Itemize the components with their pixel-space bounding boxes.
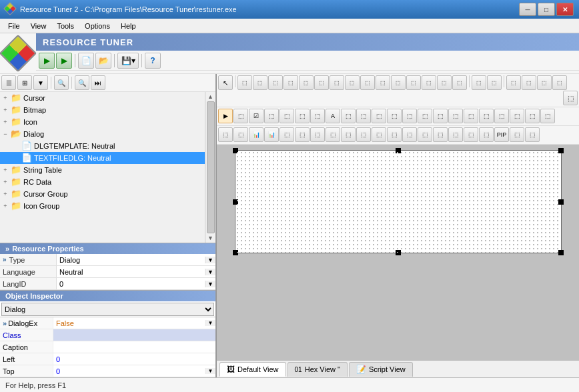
tree-item-dlgtemplate[interactable]: 📄 DLGTEMPLATE: Neutral (0, 140, 205, 152)
rtb2-t10[interactable]: ⬚ (356, 109, 371, 123)
rtb3-t9[interactable]: ⬚ (341, 127, 356, 142)
rtb-t3[interactable]: ⬚ (268, 75, 283, 90)
rtb2-t6[interactable]: ⬚ (295, 109, 310, 123)
minimize-button[interactable]: ─ (519, 3, 536, 16)
btn-search-left[interactable]: 🔍 (54, 75, 69, 90)
rtb3-t11[interactable]: ⬚ (372, 127, 386, 142)
maximize-button[interactable]: □ (538, 3, 555, 16)
rtb-t15[interactable]: ⬚ (452, 75, 467, 90)
tree-item-bitmap[interactable]: + 📁 Bitmap (0, 104, 205, 116)
tree-item-textfiledlg[interactable]: 📄 TEXTFILEDLG: Neutral (0, 152, 205, 164)
rtb2-t14[interactable]: ⬚ (418, 109, 432, 123)
rtb-t19[interactable]: ⬚ (522, 75, 536, 90)
menu-tools[interactable]: Tools (51, 21, 79, 31)
tree-item-stringtable[interactable]: + 📁 String Table (0, 164, 205, 176)
rtb-t8[interactable]: ⬚ (345, 75, 360, 90)
rtb2-t2[interactable]: ⬚ (233, 109, 248, 123)
tree-item-cursorgroup[interactable]: + 📁 Cursor Group (0, 188, 205, 200)
prop-scroll-language[interactable]: ▼ (205, 269, 215, 275)
rtb3-t13[interactable]: ⬚ (402, 127, 417, 142)
rtb-t1[interactable]: ⬚ (237, 75, 252, 90)
rtb3-pip[interactable]: PIP (494, 127, 509, 142)
rtb-t11[interactable]: ⬚ (391, 75, 406, 90)
btn-help[interactable]: ? (145, 53, 161, 69)
rtb-select[interactable]: ↖ (218, 75, 233, 90)
rtb-t14[interactable]: ⬚ (437, 75, 452, 90)
rtb3-t20[interactable]: ⬚ (525, 127, 540, 142)
rtb2-t5[interactable]: ⬚ (279, 109, 294, 123)
tree-list[interactable]: + 📁 Cursor + 📁 Bitmap + 📁 (0, 92, 205, 243)
rtb2-t20[interactable]: ⬚ (510, 109, 524, 123)
rtb2-t1[interactable]: ▶ (218, 109, 233, 123)
rtb2-t16[interactable]: ⬚ (448, 109, 463, 123)
rtb-corner[interactable]: ⬚ (563, 91, 578, 105)
prop-scroll-type[interactable]: ▼ (205, 257, 215, 263)
rtb-t21[interactable]: ⬚ (552, 75, 567, 90)
rtb-t2[interactable]: ⬚ (253, 75, 267, 90)
rtb2-t11[interactable]: ⬚ (372, 109, 386, 123)
rtb-t5[interactable]: ⬚ (299, 75, 314, 90)
rtb-t12[interactable]: ⬚ (406, 75, 421, 90)
btn-details-view[interactable]: ⊞ (17, 75, 32, 90)
rtb3-t1[interactable]: ⬚ (218, 127, 233, 142)
tree-item-cursor[interactable]: + 📁 Cursor (0, 92, 205, 104)
rtb-t13[interactable]: ⬚ (422, 75, 436, 90)
expand-cursor[interactable]: + (0, 93, 11, 103)
rtb3-t5[interactable]: ⬚ (279, 127, 294, 142)
rtb3-t18[interactable]: ⬚ (479, 127, 494, 142)
expand-bitmap[interactable]: + (0, 105, 11, 115)
rtb-t7[interactable]: ⬚ (330, 75, 344, 90)
expand-cursorgroup[interactable]: + (0, 189, 11, 199)
menu-options[interactable]: Options (79, 21, 115, 31)
prop-expand-dialogex[interactable]: ▼ (205, 320, 215, 326)
rtb2-t19[interactable]: ⬚ (494, 109, 509, 123)
rtb3-t19[interactable]: ⬚ (510, 127, 524, 142)
rtb3-t12[interactable]: ⬚ (387, 127, 402, 142)
rtb3-t15[interactable]: ⬚ (433, 127, 448, 142)
prop-scroll-langid[interactable]: ▼ (205, 281, 215, 287)
rtb2-t12[interactable]: ⬚ (387, 109, 402, 123)
rtb3-t2[interactable]: ⬚ (233, 127, 248, 142)
menu-help[interactable]: Help (115, 21, 141, 31)
rtb2-t9[interactable]: ⬚ (341, 109, 356, 123)
scroll-down[interactable]: ▼ (207, 235, 213, 241)
rtb-t16[interactable]: ⬚ (472, 75, 486, 90)
scroll-up[interactable]: ▲ (207, 93, 213, 100)
expand-rcdata[interactable]: + (0, 177, 11, 187)
tree-item-rcdata[interactable]: + 📁 RC Data (0, 176, 205, 188)
tree-item-dialog[interactable]: − 📂 Dialog (0, 128, 205, 140)
tab-script-view[interactable]: 📝 Script View (349, 362, 413, 377)
rtb2-t3[interactable]: ☑ (249, 109, 263, 123)
btn-find-next[interactable]: ⏭ (91, 75, 105, 90)
rtb2-t18[interactable]: ⬚ (479, 109, 494, 123)
rtb-t10[interactable]: ⬚ (376, 75, 390, 90)
btn-open[interactable]: 📂 (95, 53, 111, 69)
rtb3-t14[interactable]: ⬚ (418, 127, 432, 142)
btn-new[interactable]: 📄 (78, 53, 94, 69)
tab-default-view[interactable]: 🖼 Default View (219, 362, 286, 377)
rtb3-t4[interactable]: 📊 (264, 127, 279, 142)
rtb3-t10[interactable]: ⬚ (356, 127, 371, 142)
rtb3-t16[interactable]: ⬚ (448, 127, 463, 142)
expand-icon[interactable]: + (0, 117, 11, 127)
btn-back[interactable]: ▶ (39, 53, 55, 69)
tab-hex-view[interactable]: 01 Hex View " (287, 362, 348, 377)
expand-dialog[interactable]: − (0, 129, 11, 139)
rtb-t17[interactable]: ⬚ (487, 75, 502, 90)
rtb2-t15[interactable]: ⬚ (433, 109, 448, 123)
rtb-t18[interactable]: ⬚ (506, 75, 521, 90)
btn-list-view[interactable]: ☰ (1, 75, 16, 90)
rtb3-t8[interactable]: ⬚ (326, 127, 340, 142)
rtb3-t6[interactable]: ⬚ (295, 127, 310, 142)
menu-file[interactable]: File (3, 21, 25, 31)
btn-find[interactable]: 🔍 (75, 75, 89, 90)
prop-expand-top[interactable]: ▼ (205, 368, 215, 374)
rtb2-t7[interactable]: ⬚ (310, 109, 325, 123)
menu-view[interactable]: View (25, 21, 52, 31)
rtb3-t3[interactable]: 📊 (249, 127, 263, 142)
rtb2-t21[interactable]: ⬚ (525, 109, 540, 123)
rtb3-t7[interactable]: ⬚ (310, 127, 325, 142)
rtb-t6[interactable]: ⬚ (314, 75, 329, 90)
rtb3-t17[interactable]: ⬚ (464, 127, 478, 142)
rtb-t20[interactable]: ⬚ (537, 75, 552, 90)
